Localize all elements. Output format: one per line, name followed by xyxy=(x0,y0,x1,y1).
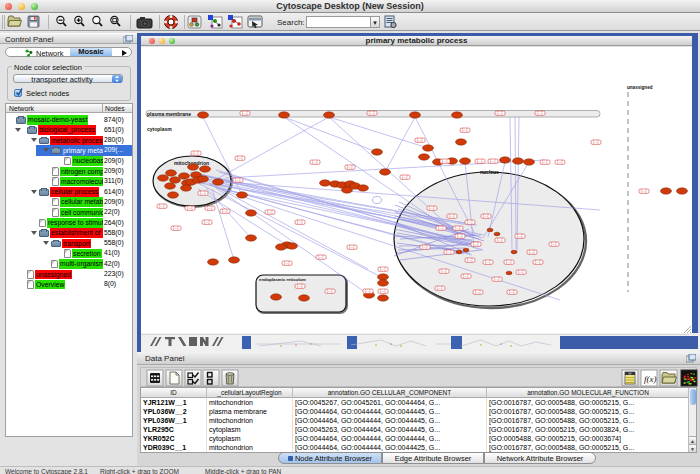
svg-text:[....]: [....] xyxy=(483,214,488,218)
svg-text:[....]: [....] xyxy=(193,151,198,155)
svg-text:[....]: [....] xyxy=(641,189,646,193)
svg-text:[....]: [....] xyxy=(242,111,247,115)
svg-text:[....]: [....] xyxy=(517,234,522,238)
svg-text:[....]: [....] xyxy=(438,226,443,230)
svg-text:[....]: [....] xyxy=(542,160,547,164)
svg-text:[....]: [....] xyxy=(297,220,302,224)
svg-text:f(x): f(x) xyxy=(644,374,657,384)
svg-text:[....]: [....] xyxy=(297,284,302,288)
svg-text:[....]: [....] xyxy=(497,111,502,115)
svg-text:[....]: [....] xyxy=(446,250,451,254)
svg-text:[....]: [....] xyxy=(455,226,460,230)
svg-text:[....]: [....] xyxy=(490,159,495,163)
svg-text:[....]: [....] xyxy=(467,258,472,262)
svg-text:[....]: [....] xyxy=(200,191,205,195)
svg-text:[....]: [....] xyxy=(506,260,511,264)
svg-text:[....]: [....] xyxy=(442,159,447,163)
svg-text:[....]: [....] xyxy=(417,138,422,142)
svg-text:[....]: [....] xyxy=(312,160,317,164)
svg-text:[....]: [....] xyxy=(537,111,542,115)
svg-text:[....]: [....] xyxy=(557,160,562,164)
svg-text:[....]: [....] xyxy=(437,286,442,290)
svg-text:[....]: [....] xyxy=(187,206,192,210)
svg-text:cytoplasm: cytoplasm xyxy=(147,126,172,132)
svg-text:[....]: [....] xyxy=(204,220,209,224)
svg-text:[....]: [....] xyxy=(402,175,407,179)
svg-text:[....]: [....] xyxy=(593,140,598,144)
svg-text:[....]: [....] xyxy=(173,226,178,230)
svg-text:[....]: [....] xyxy=(327,289,332,293)
svg-text:[....]: [....] xyxy=(365,289,370,293)
svg-text:[....]: [....] xyxy=(347,165,352,169)
svg-text:[....]: [....] xyxy=(535,260,540,264)
svg-text:[....]: [....] xyxy=(473,242,478,246)
svg-text:[....]: [....] xyxy=(467,220,472,224)
svg-text:[....]: [....] xyxy=(159,204,164,208)
svg-text:[....]: [....] xyxy=(485,260,490,264)
svg-text:[....]: [....] xyxy=(462,128,467,132)
svg-text:[....]: [....] xyxy=(457,234,462,238)
svg-text:[....]: [....] xyxy=(318,255,323,259)
svg-text:[....]: [....] xyxy=(494,277,499,281)
svg-text:plasma membrane: plasma membrane xyxy=(147,111,191,117)
svg-text:endoplasmic reticulum: endoplasmic reticulum xyxy=(259,277,306,282)
svg-text:[....]: [....] xyxy=(509,290,514,294)
svg-text:[....]: [....] xyxy=(529,250,534,254)
svg-text:[....]: [....] xyxy=(497,238,502,242)
svg-text:[....]: [....] xyxy=(551,242,556,246)
svg-text:nucleus: nucleus xyxy=(480,169,499,175)
svg-text:[....]: [....] xyxy=(422,245,427,249)
svg-text:[....]: [....] xyxy=(475,290,480,294)
svg-text:[....]: [....] xyxy=(235,178,240,182)
svg-text:[....]: [....] xyxy=(284,261,289,265)
svg-text:[....]: [....] xyxy=(369,111,374,115)
svg-text:[....]: [....] xyxy=(429,206,434,210)
svg-text:unassigned: unassigned xyxy=(627,85,653,90)
svg-text:[....]: [....] xyxy=(380,267,385,271)
svg-text:[....]: [....] xyxy=(518,270,523,274)
svg-text:[....]: [....] xyxy=(222,209,227,213)
svg-text:[....]: [....] xyxy=(207,206,212,210)
svg-text:[....]: [....] xyxy=(441,269,446,273)
svg-text:[....]: [....] xyxy=(267,210,272,214)
svg-text:[....]: [....] xyxy=(380,289,385,293)
svg-text:[....]: [....] xyxy=(237,156,242,160)
svg-text:[....]: [....] xyxy=(449,214,454,218)
svg-text:[....]: [....] xyxy=(349,245,354,249)
svg-text:[....]: [....] xyxy=(463,274,468,278)
svg-text:[....]: [....] xyxy=(477,159,482,163)
